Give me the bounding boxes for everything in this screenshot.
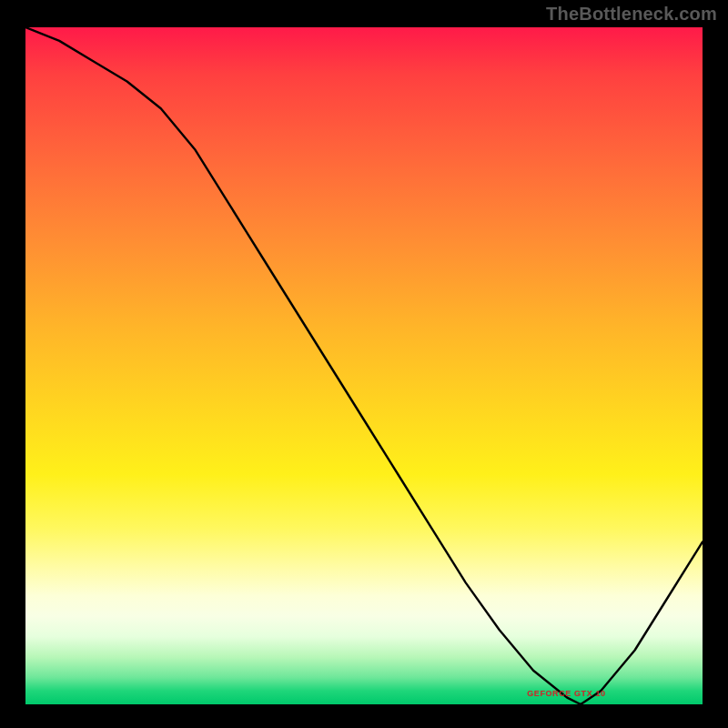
bottleneck-curve xyxy=(25,27,703,704)
minima-annotation: GEFORCE GTX 10 xyxy=(527,689,605,698)
plot-frame: GEFORCE GTX 10 xyxy=(25,27,703,704)
attribution-text: TheBottleneck.com xyxy=(546,4,717,25)
chart-root: TheBottleneck.com GEFORCE GTX 10 xyxy=(0,0,728,728)
plot-area: GEFORCE GTX 10 xyxy=(25,27,703,704)
series-layer xyxy=(25,27,703,704)
